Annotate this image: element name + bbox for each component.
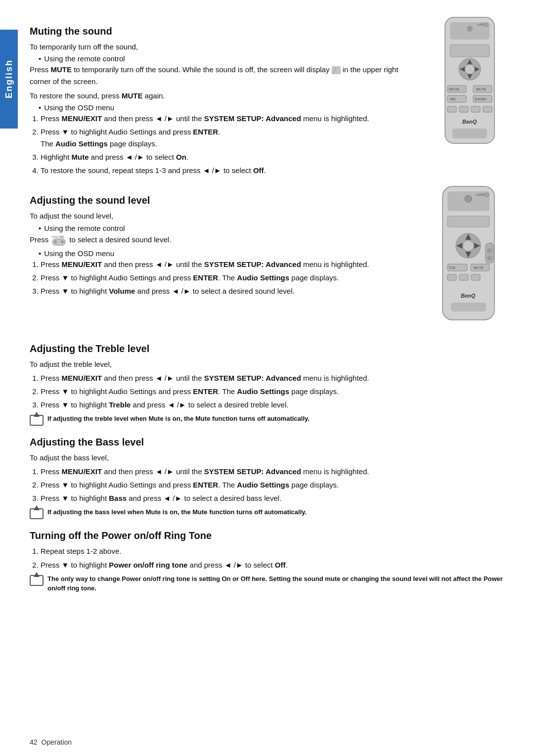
ring-tone-step2: Press ▼ to highlight Power on/off ring t… (41, 559, 519, 571)
svg-text:TATUS: TATUS (448, 88, 459, 91)
ring-tone-title: Turning off the Power on/off Ring Tone (30, 530, 519, 541)
muting-remote-image: LASER TATUS MUTE INK ZOO (420, 15, 519, 179)
sound-remote-image: LASER VOLUME TUS (420, 184, 519, 332)
page-footer: 42 Operation (30, 738, 72, 746)
muting-section: Muting the sound To temporarily turn off… (30, 15, 410, 179)
muting-para1: Press MUTE to temporarily turn off the s… (30, 64, 410, 87)
ring-tone-step1: Repeat steps 1-2 above. (41, 545, 519, 557)
svg-point-28 (54, 240, 57, 243)
sound-bullet2: Using the OSD menu (39, 249, 410, 258)
svg-rect-22 (471, 106, 480, 112)
ring-tone-note-text: The only way to change Power on/off ring… (47, 575, 519, 593)
muting-mute-bold: MUTE (51, 65, 72, 74)
svg-rect-20 (447, 106, 456, 112)
svg-rect-23 (483, 106, 492, 112)
treble-note-box: If adjusting the treble level when Mute … (30, 414, 519, 426)
svg-text:INK: INK (450, 97, 456, 101)
bass-step1: Press MENU/EXIT and then press ◄ /► unti… (41, 466, 519, 477)
treble-step2: Press ▼ to highlight Audio Settings and … (41, 386, 519, 397)
muting-step2: Press ▼ to highlight Audio Settings and … (41, 126, 410, 149)
sound-step1: Press MENU/EXIT and then press ◄ /► unti… (41, 259, 410, 270)
muting-title: Muting the sound (30, 26, 410, 37)
ring-tone-note-icon (30, 575, 44, 586)
sound-press-line: Press VOLUME to select a desired sound l… (30, 233, 410, 246)
remote-control-sound: LASER VOLUME TUS (430, 184, 509, 332)
sidebar-english-tab: English (0, 30, 18, 129)
svg-text:ZOOM+: ZOOM+ (475, 97, 487, 101)
sound-level-steps: Press MENU/EXIT and then press ◄ /► unti… (41, 259, 410, 297)
ring-tone-steps: Repeat steps 1-2 above. Press ▼ to highl… (41, 545, 519, 571)
volume-button-icon: VOLUME (51, 233, 66, 246)
svg-rect-35 (447, 216, 490, 227)
page-number: 42 (30, 738, 38, 746)
bass-note-box: If adjusting the bass level when Mute is… (30, 508, 519, 519)
muting-bullet2: Using the OSD menu (39, 103, 410, 112)
svg-point-41 (463, 240, 474, 251)
ring-tone-note-box: The only way to change Power on/off ring… (30, 575, 519, 593)
svg-point-34 (485, 193, 489, 197)
treble-note-icon (30, 415, 44, 426)
sidebar-label: English (4, 59, 14, 98)
bass-step3: Press ▼ to highlight Bass and press ◄ /►… (41, 492, 519, 504)
remote-control-muting: LASER TATUS MUTE INK ZOO (433, 15, 507, 148)
muting-intro: To temporarily turn off the sound, (30, 41, 410, 52)
treble-step3: Press ▼ to highlight Treble and press ◄ … (41, 399, 519, 410)
svg-rect-50 (447, 274, 456, 280)
treble-section: Adjusting the Treble level To adjust the… (30, 343, 519, 426)
svg-text:TUS: TUS (448, 266, 455, 269)
svg-text:VOLUME: VOLUME (52, 235, 64, 238)
bass-section: Adjusting the Bass level To adjust the b… (30, 437, 519, 519)
svg-point-44 (487, 248, 492, 253)
svg-rect-25 (452, 129, 487, 138)
treble-step1: Press MENU/EXIT and then press ◄ /► unti… (41, 372, 519, 384)
treble-intro: To adjust the treble level, (30, 358, 519, 370)
svg-point-32 (465, 195, 472, 202)
muting-restore: To restore the sound, press MUTE again. (30, 90, 410, 101)
page-footer-label: Operation (42, 738, 72, 746)
svg-point-45 (487, 256, 492, 261)
sound-level-intro: To adjust the sound level, (30, 210, 410, 222)
sound-bullet1: Using the remote control (39, 224, 410, 232)
svg-rect-54 (451, 303, 486, 311)
bass-note-text: If adjusting the bass level when Mute is… (47, 508, 307, 517)
sound-level-title: Adjusting the sound level (30, 195, 410, 206)
svg-text:MUTE: MUTE (476, 88, 486, 91)
svg-text:BenQ: BenQ (462, 119, 477, 125)
muting-step4: To restore the sound, repeat steps 1-3 a… (41, 165, 410, 176)
svg-rect-5 (450, 44, 490, 57)
bass-note-icon (30, 508, 44, 519)
ring-tone-section: Turning off the Power on/off Ring Tone R… (30, 530, 519, 593)
sound-step2: Press ▼ to highlight Audio Settings and … (41, 272, 410, 283)
treble-steps: Press MENU/EXIT and then press ◄ /► unti… (41, 372, 519, 411)
sound-level-section: Adjusting the sound level To adjust the … (30, 184, 410, 332)
sound-step3: Press ▼ to highlight Volume and press ◄ … (41, 285, 410, 297)
svg-rect-21 (459, 106, 468, 112)
muting-bullet1: Using the remote control (39, 54, 410, 63)
muting-step3: Highlight Mute and press ◄ /► to select … (41, 151, 410, 163)
bass-step2: Press ▼ to highlight Audio Settings and … (41, 479, 519, 490)
treble-title: Adjusting the Treble level (30, 343, 519, 355)
bass-intro: To adjust the bass level, (30, 452, 519, 463)
muting-steps: Press MENU/EXIT and then press ◄ /► unti… (41, 113, 410, 176)
bass-steps: Press MENU/EXIT and then press ◄ /► unti… (41, 466, 519, 504)
muting-step1: Press MENU/EXIT and then press ◄ /► unti… (41, 113, 410, 124)
treble-note-text: If adjusting the treble level when Mute … (47, 414, 310, 424)
svg-rect-52 (471, 274, 480, 280)
svg-point-4 (484, 23, 488, 27)
svg-text:BenQ: BenQ (461, 293, 476, 299)
svg-point-2 (467, 26, 473, 32)
bass-title: Adjusting the Bass level (30, 437, 519, 448)
svg-text:MUTE: MUTE (474, 266, 484, 269)
svg-point-29 (61, 240, 64, 243)
svg-rect-51 (459, 274, 468, 280)
svg-point-11 (465, 64, 475, 74)
